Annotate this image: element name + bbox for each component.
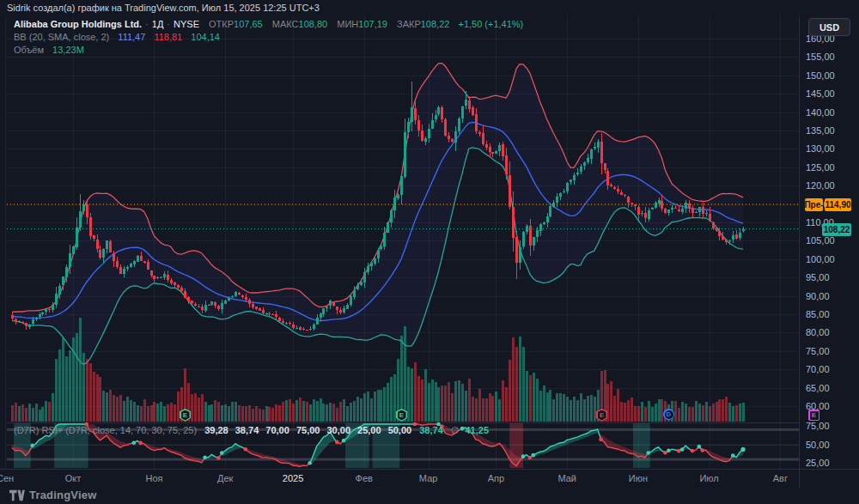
open-label: ОТКР — [209, 19, 234, 29]
bb-basis-value: 111,47 — [118, 32, 145, 42]
volume-label: Объём — [14, 45, 44, 55]
price-tick-label: 70,00 — [806, 364, 830, 374]
time-tick-label: Окт — [65, 473, 82, 483]
high-label: МАКС — [272, 19, 299, 29]
currency-toggle-button[interactable]: USD — [808, 18, 850, 36]
time-tick-label: Фев — [356, 473, 373, 483]
rsi-indicator-label: (D7R) RSI+ (D7R, close, 14, 70, 30, 75, … — [14, 425, 197, 435]
price-tick-label: 85,00 — [806, 309, 830, 319]
chart-legend: Alibaba Group Holdings Ltd.·1Д·NYSE ОТКР… — [14, 18, 523, 57]
premarket-price-flag: 114,90 — [825, 198, 851, 211]
rsi-tick-label: 50,00 — [806, 440, 830, 450]
price-tick-label: 140,00 — [806, 107, 835, 118]
close-label: ЗАКР — [397, 19, 421, 29]
time-tick-label: Июл — [699, 473, 718, 483]
symbol-name: Alibaba Group Holdings Ltd. — [14, 19, 142, 29]
earnings-badge[interactable]: E — [596, 409, 607, 422]
close-value: 108,22 — [421, 19, 450, 29]
bollinger-legend-row[interactable]: BB (20, SMA, close, 2) 111,47 118,81 104… — [14, 31, 523, 43]
upcoming-earnings-badge[interactable]: E — [808, 410, 819, 421]
last-price-flag: 108,22 — [822, 223, 851, 236]
price-tick-label: 145,00 — [806, 88, 835, 99]
symbol-legend-row[interactable]: Alibaba Group Holdings Ltd.·1Д·NYSE ОТКР… — [14, 18, 523, 30]
legend-separator: · — [145, 19, 149, 29]
rsi-values: 39,28 38,74 70,00 75,00 30,00 25,00 50,0… — [204, 425, 411, 435]
dividend-badge[interactable]: D — [663, 409, 674, 420]
tradingview-wordmark: TradingView — [29, 489, 97, 501]
rsi-tick-label: 25,00 — [806, 458, 830, 468]
volume-legend-row[interactable]: Объём 13,23М — [14, 44, 523, 56]
low-label: МИН — [337, 19, 358, 29]
tradingview-logo-icon — [9, 489, 25, 501]
bb-upper-value: 118,81 — [154, 32, 182, 42]
price-tick-label: 95,00 — [806, 272, 830, 282]
earnings-badge[interactable]: E — [180, 409, 191, 422]
price-tick-label: 125,00 — [806, 162, 835, 173]
rsi-ma-value: 38,74 — [419, 425, 443, 435]
premarket-axis-flag: Пре- — [805, 198, 823, 211]
time-tick-label: Авг — [773, 473, 788, 483]
time-tick-label: Ноя — [145, 473, 162, 483]
tradingview-chart-snapshot: Sidrik создал(а) график на TradingView.c… — [0, 0, 859, 504]
volume-value: 13,23М — [52, 45, 84, 55]
price-tick-label: 75,00 — [806, 346, 830, 356]
time-tick-label: Дек — [217, 473, 233, 483]
high-value: 108,80 — [299, 19, 328, 29]
bb-indicator-label: BB (20, SMA, close, 2) — [14, 32, 109, 42]
price-tick-label: 155,00 — [806, 52, 835, 62]
price-tick-label: 100,00 — [806, 254, 835, 264]
price-tick-label: 65,00 — [806, 383, 830, 393]
time-tick-label: Мар — [419, 473, 438, 483]
change-value: +1,50 (+1,41%) — [458, 19, 523, 29]
bollinger-bands — [12, 64, 743, 365]
tradingview-logo[interactable]: TradingView — [9, 489, 97, 501]
price-tick-label: 105,00 — [806, 235, 835, 246]
low-value: 107,19 — [358, 19, 387, 29]
time-tick-label: Сен — [0, 473, 14, 483]
rsi-average-value: 41,25 — [465, 425, 489, 435]
time-tick-label: Май — [557, 473, 576, 483]
interval-label: 1Д — [152, 19, 164, 29]
attribution-text: Sidrik создал(а) график на TradingView.c… — [7, 3, 320, 13]
time-tick-label: 2025 — [283, 473, 303, 483]
exchange-label: NYSE — [174, 19, 199, 29]
time-tick-label: Апр — [488, 473, 504, 483]
price-tick-label: 80,00 — [806, 327, 830, 337]
legend-separator: · — [167, 19, 170, 29]
price-tick-label: 150,00 — [806, 70, 835, 81]
rsi-tick-label: 75,00 — [806, 421, 830, 431]
bb-lower-value: 104,14 — [191, 32, 220, 42]
time-tick-label: Июн — [629, 473, 648, 483]
rsi-average-symbol: ∅ — [451, 425, 460, 435]
open-value: 107,65 — [234, 19, 263, 29]
price-tick-label: 130,00 — [806, 143, 835, 154]
rsi-legend-row[interactable]: (D7R) RSI+ (D7R, close, 14, 70, 30, 75, … — [14, 425, 489, 436]
price-tick-label: 90,00 — [806, 291, 830, 301]
earnings-badge[interactable]: E — [396, 409, 407, 422]
price-tick-label: 135,00 — [806, 125, 835, 136]
price-tick-label: 120,00 — [806, 180, 835, 191]
